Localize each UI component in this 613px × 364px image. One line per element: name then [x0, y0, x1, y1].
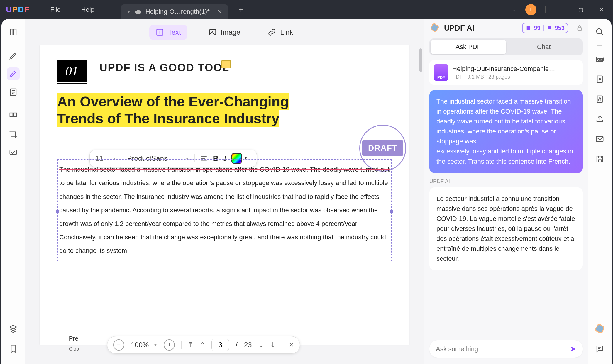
tab-dropdown-icon[interactable]: ▼ — [127, 9, 131, 14]
zoom-out-button[interactable]: − — [113, 339, 124, 351]
resize-handle-right[interactable] — [390, 210, 393, 213]
tab-close-icon[interactable]: ✕ — [217, 8, 222, 15]
title-highlight-line1: An Overview of the Ever-Changing — [57, 93, 289, 110]
minimize-button[interactable]: — — [554, 6, 566, 13]
highlighter-tool-icon[interactable] — [7, 49, 20, 62]
edit-text-label: Text — [168, 28, 181, 36]
svg-rect-16 — [597, 156, 603, 162]
lock-icon[interactable] — [576, 25, 583, 31]
close-button[interactable]: ✕ — [595, 6, 607, 13]
body-rest-text: The insurance industry was among the lis… — [59, 193, 386, 255]
edit-link-label: Link — [280, 28, 293, 36]
doc-count: 99 — [534, 25, 540, 31]
prev-page-button[interactable]: ⌃ — [200, 341, 205, 349]
email-icon[interactable] — [593, 133, 606, 145]
file-menu[interactable]: File — [50, 6, 60, 13]
ai-file-context[interactable]: PDF Helping-Out-Insurance-Companie… PDF … — [429, 60, 583, 85]
ai-input-row: ➤ — [429, 340, 583, 358]
maximize-button[interactable]: ▢ — [575, 6, 587, 13]
page-number-input[interactable] — [211, 339, 229, 351]
cloud-icon — [135, 9, 141, 14]
ai-panel: UPDF AI 99 953 Ask PDF Chat PDF Helping-… — [424, 19, 588, 364]
comments-panel-icon[interactable] — [593, 342, 606, 355]
section-label: UPDF IS A GOOD TOOL — [99, 62, 229, 74]
svg-rect-7 — [527, 26, 530, 30]
first-page-button[interactable]: ⤒ — [188, 341, 193, 349]
edit-tool-icon[interactable] — [7, 67, 20, 80]
user-message-bubble: The industrial sector faced a massive tr… — [429, 90, 583, 173]
edit-image-label: Image — [221, 28, 241, 36]
ai-response-label: UPDF AI — [429, 178, 583, 184]
ai-prompt-input[interactable] — [436, 345, 570, 353]
chat-tab[interactable]: Chat — [506, 40, 582, 54]
draft-stamp-label: DRAFT — [362, 140, 403, 156]
crop-tool-icon[interactable] — [7, 128, 20, 140]
bookmark-icon[interactable] — [7, 342, 20, 355]
tab-title: Helping-O…rength(1)* — [145, 8, 210, 16]
zoom-in-button[interactable]: + — [164, 339, 175, 351]
save-icon[interactable] — [593, 153, 606, 165]
updf-ai-logo-icon — [429, 23, 440, 33]
edit-text-button[interactable]: Text — [149, 25, 187, 40]
form-tool-icon[interactable] — [7, 86, 20, 99]
tabs-dropdown-icon[interactable]: ⌄ — [512, 6, 517, 13]
edit-image-button[interactable]: Image — [202, 25, 247, 40]
separator — [545, 6, 546, 13]
svg-rect-12 — [597, 76, 602, 83]
svg-rect-14 — [599, 99, 601, 101]
comment-note-icon[interactable] — [221, 60, 231, 68]
last-page-button[interactable]: ⤓ — [270, 341, 275, 349]
separator — [11, 44, 16, 44]
new-tab-button[interactable]: + — [238, 5, 243, 14]
article-title[interactable]: An Overview of the Ever-Changing Trends … — [57, 93, 392, 127]
close-nav-button[interactable]: ✕ — [289, 341, 294, 349]
user-avatar[interactable]: L — [525, 4, 536, 15]
ocr-icon[interactable]: OCR — [593, 53, 606, 66]
page-separator: / — [236, 341, 238, 349]
search-icon[interactable] — [593, 26, 606, 38]
truncated-text-glob: Glob — [69, 346, 79, 352]
svg-point-9 — [597, 29, 602, 34]
next-page-button[interactable]: ⌄ — [258, 341, 264, 349]
title-highlight-line2: Trends of The Insurance Industry — [57, 110, 279, 127]
titlebar: UPDF File Help ▼ Helping-O…rength(1)* ✕ … — [0, 0, 613, 19]
ai-usage-counter[interactable]: 99 953 — [522, 23, 568, 33]
document-tab[interactable]: ▼ Helping-O…rength(1)* ✕ — [121, 4, 228, 19]
ai-assistant-icon[interactable] — [594, 323, 606, 335]
text-edit-box[interactable]: The industrial sector faced a massive tr… — [57, 159, 392, 261]
document-scrollbar[interactable] — [419, 48, 422, 72]
separator — [40, 6, 40, 14]
zoom-level-selector[interactable]: 100% ▼ — [131, 341, 157, 349]
truncated-text-pre: Pre — [69, 335, 78, 342]
zoom-value: 100% — [131, 341, 149, 349]
svg-text:OCR: OCR — [598, 58, 604, 61]
reader-tool-icon[interactable] — [7, 26, 20, 38]
app-logo: UPDF — [6, 5, 29, 14]
ai-header: UPDF AI 99 953 — [429, 23, 583, 33]
separator — [11, 104, 16, 104]
separator — [181, 341, 182, 349]
svg-rect-1 — [10, 113, 13, 117]
ask-pdf-tab[interactable]: Ask PDF — [431, 40, 506, 54]
protect-icon[interactable] — [593, 93, 606, 106]
ai-tab-group: Ask PDF Chat — [429, 38, 583, 55]
svg-rect-15 — [597, 136, 603, 142]
edit-type-toolbar: Text Image Link — [25, 22, 424, 43]
resize-handle-left[interactable] — [56, 210, 59, 213]
chapter-number: 01 — [57, 60, 87, 82]
document-area: Text Image Link 01 UPDF IS A GOOD TOOL A… — [25, 19, 424, 364]
svg-rect-2 — [13, 113, 16, 117]
main-area: Text Image Link 01 UPDF IS A GOOD TOOL A… — [1, 19, 612, 364]
file-meta: PDF · 9.1 MB · 23 pages — [452, 74, 555, 80]
edit-link-button[interactable]: Link — [261, 25, 299, 40]
compress-icon[interactable] — [593, 73, 606, 86]
pdf-file-icon: PDF — [434, 64, 448, 81]
redact-tool-icon[interactable] — [7, 146, 20, 159]
layers-icon[interactable] — [7, 322, 20, 335]
separator — [597, 45, 602, 46]
organize-tool-icon[interactable] — [7, 109, 20, 122]
send-button-icon[interactable]: ➤ — [570, 344, 576, 353]
help-menu[interactable]: Help — [81, 6, 94, 13]
separator — [282, 341, 282, 349]
share-icon[interactable] — [593, 113, 606, 126]
